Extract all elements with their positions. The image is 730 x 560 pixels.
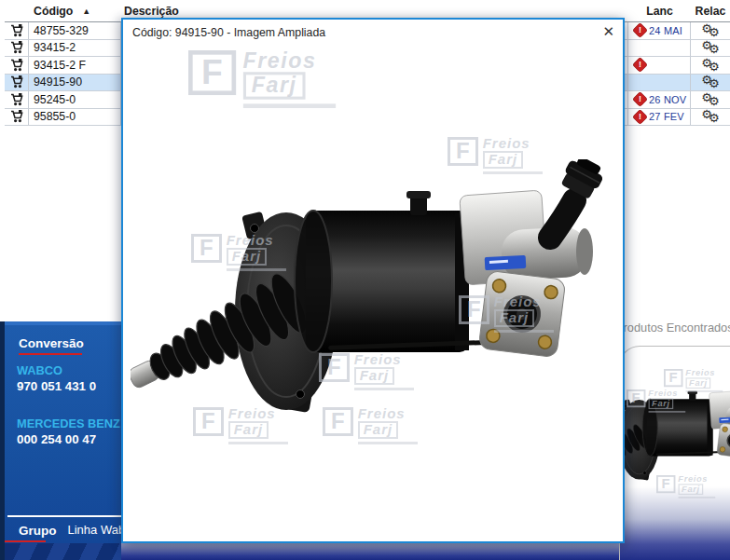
lanc-date: 27 FEV bbox=[649, 111, 684, 122]
column-header-relac[interactable]: Relac bbox=[691, 0, 730, 21]
close-icon[interactable]: ✕ bbox=[602, 24, 614, 38]
cart-icon[interactable] bbox=[10, 59, 23, 72]
gear-pair-icon[interactable]: ⚙⚙ bbox=[701, 112, 719, 121]
image-modal: Código: 94915-90 - Imagem Ampliada ✕ F F… bbox=[121, 18, 625, 543]
alert-diamond-icon: ! bbox=[633, 58, 648, 73]
alert-diamond-icon: ! bbox=[633, 109, 648, 124]
gear-pair-icon[interactable]: ⚙⚙ bbox=[701, 43, 719, 52]
product-enlarged-image bbox=[131, 159, 615, 439]
modal-title: Código: 94915-90 - Imagem Ampliada bbox=[132, 26, 325, 39]
group-label: Grupo bbox=[19, 524, 57, 538]
cart-icon[interactable] bbox=[10, 93, 23, 106]
cart-icon[interactable] bbox=[10, 24, 23, 37]
column-header-codigo[interactable]: Código ▲ bbox=[29, 0, 121, 21]
codigo-cell: 93415-2 F bbox=[29, 57, 121, 74]
cart-icon[interactable] bbox=[10, 75, 23, 89]
conversion-brand: MERCEDES BENZ bbox=[17, 417, 121, 430]
app-window: Código ▲ Descrição Lanc Relac 48755-329 … bbox=[0, 0, 730, 560]
divider bbox=[7, 515, 123, 517]
red-underline bbox=[19, 353, 82, 355]
codigo-cell: 48755-329 bbox=[29, 22, 121, 39]
alert-diamond-icon: ! bbox=[633, 23, 648, 38]
codigo-cell: 95855-0 bbox=[29, 109, 121, 126]
alert-diamond-icon: ! bbox=[633, 92, 648, 107]
gear-pair-icon[interactable]: ⚙⚙ bbox=[701, 26, 719, 35]
conversion-code: 000 254 00 47 bbox=[17, 432, 121, 446]
results-count-label: Produtos Encontrados bbox=[615, 321, 730, 335]
column-header-lanc[interactable]: Lanc bbox=[628, 0, 691, 21]
cart-icon[interactable] bbox=[10, 41, 23, 54]
codigo-cell: 93415-2 bbox=[29, 40, 121, 57]
codigo-cell: 94915-90 bbox=[29, 75, 121, 91]
gear-pair-icon[interactable]: ⚙⚙ bbox=[701, 95, 719, 104]
conversion-code: 970 051 431 0 bbox=[17, 379, 121, 393]
conversion-brand: WABCO bbox=[17, 363, 121, 377]
gear-pair-icon[interactable]: ⚙⚙ bbox=[701, 77, 719, 87]
cart-icon[interactable] bbox=[10, 110, 23, 123]
gear-pair-icon[interactable]: ⚙⚙ bbox=[701, 61, 719, 70]
conversion-panel: Conversão WABCO 970 051 431 0 MERCEDES B… bbox=[5, 321, 121, 543]
codigo-cell: 95245-0 bbox=[29, 91, 121, 108]
footer-stripes bbox=[5, 543, 121, 560]
watermark-logo: F FreiosFarj bbox=[188, 50, 336, 107]
conversion-title: Conversão bbox=[19, 336, 84, 350]
sort-asc-icon: ▲ bbox=[82, 7, 90, 16]
red-underline bbox=[5, 540, 46, 542]
lanc-date: 24 MAI bbox=[649, 25, 682, 36]
lanc-date: 26 NOV bbox=[649, 94, 686, 105]
